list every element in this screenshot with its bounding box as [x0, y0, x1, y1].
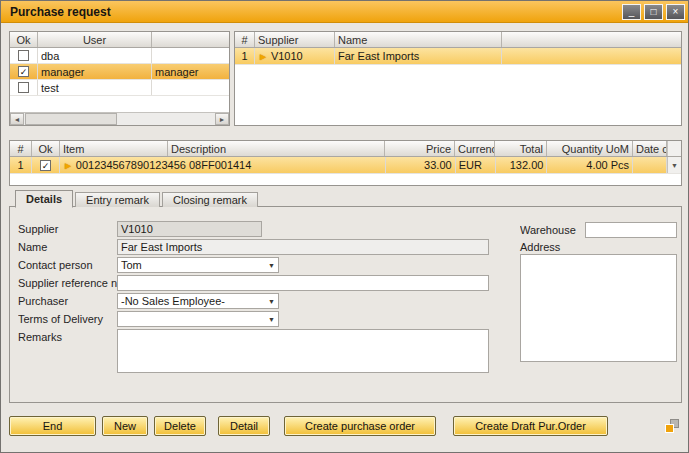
suppliers-col-name: Name [335, 32, 502, 47]
detail-button[interactable]: Detail [218, 416, 270, 436]
users-horizontal-scrollbar[interactable]: ◄ ► [10, 112, 229, 125]
title-bar[interactable]: Purchase request _ □ × [1, 1, 688, 23]
tab-bar: Details Entry remark Closing remark [15, 190, 260, 207]
new-button[interactable]: New [102, 416, 148, 436]
purchaser-label: Purchaser [18, 295, 117, 307]
items-scrollbar-top [667, 141, 681, 156]
items-col-description: Description [168, 141, 385, 156]
link-arrow-icon[interactable]: ► [258, 51, 268, 62]
scroll-right-icon[interactable]: ► [215, 113, 229, 125]
table-row-user-test[interactable]: test [10, 80, 229, 96]
user-name: manager [38, 64, 152, 79]
items-header-row: # Ok Item Description Price Currenc Tota… [10, 141, 681, 157]
purchase-request-window: Purchase request _ □ × Ok User dba ✓ man… [0, 0, 689, 453]
user-extra [152, 48, 229, 63]
suppliers-col-num: # [235, 32, 255, 47]
users-header-row: Ok User [10, 32, 229, 48]
purchaser-value: -No Sales Employee- [121, 295, 225, 307]
supplier-label: Supplier [18, 223, 117, 235]
item-price: 33.00 [386, 157, 456, 173]
close-button[interactable]: × [666, 4, 685, 20]
users-panel: Ok User dba ✓ manager manager test ◄ ► [9, 31, 230, 126]
tab-details[interactable]: Details [15, 190, 73, 208]
name-field: Far East Imports [117, 239, 489, 255]
table-row-user-dba[interactable]: dba [10, 48, 229, 64]
table-row-item-1[interactable]: 1 ✓ ► 001234567890123456 08FF001414 33.0… [10, 157, 681, 174]
table-row-supplier-1[interactable]: 1 ► V1010 Far East Imports [235, 48, 681, 65]
user-name: dba [38, 48, 152, 63]
scrollbar-track[interactable] [118, 113, 215, 125]
warehouse-label: Warehouse [520, 224, 585, 236]
window-title: Purchase request [10, 5, 619, 19]
item-ok-checkbox[interactable]: ✓ [40, 160, 51, 171]
grip-square-orange [665, 424, 674, 433]
scroll-left-icon[interactable]: ◄ [10, 113, 24, 125]
user-test-checkbox[interactable] [18, 82, 29, 93]
supplier-row-blank [502, 48, 681, 64]
items-col-item: Item [60, 141, 168, 156]
terms-of-delivery-dropdown[interactable]: ▼ [117, 311, 279, 327]
end-button[interactable]: End [9, 416, 96, 436]
address-label: Address [520, 241, 560, 253]
minimize-button[interactable]: _ [622, 4, 641, 20]
supplier-field: V1010 [117, 221, 262, 237]
button-bar: End New Delete Detail Create purchase or… [9, 416, 608, 436]
items-table: # Ok Item Description Price Currenc Tota… [9, 140, 682, 186]
scrollbar-thumb[interactable] [25, 113, 117, 125]
item-row-num: 1 [10, 157, 32, 173]
maximize-button[interactable]: □ [644, 4, 663, 20]
remarks-label: Remarks [18, 329, 117, 345]
details-form-panel: Supplier V1010 Name Far East Imports Con… [9, 206, 682, 403]
items-col-date: Date c [633, 141, 667, 156]
user-manager-checkbox[interactable]: ✓ [18, 66, 29, 77]
scroll-down-icon[interactable]: ▼ [667, 157, 681, 173]
supplier-reference-input[interactable] [117, 275, 489, 291]
delete-button[interactable]: Delete [154, 416, 206, 436]
terms-of-delivery-label: Terms of Delivery [18, 313, 117, 325]
item-total: 132.00 [496, 157, 548, 173]
supplier-reference-label: Supplier reference nu [18, 277, 117, 289]
user-name: test [38, 80, 152, 95]
purchaser-dropdown[interactable]: -No Sales Employee- ▼ [117, 293, 279, 309]
table-row-user-manager[interactable]: ✓ manager manager [10, 64, 229, 80]
user-extra: manager [152, 64, 229, 79]
layout-grip-icon[interactable] [665, 419, 679, 433]
chevron-down-icon: ▼ [268, 316, 275, 323]
suppliers-col-supplier: Supplier [255, 32, 335, 47]
remarks-textarea[interactable] [117, 329, 489, 373]
suppliers-header-row: # Supplier Name [235, 32, 681, 48]
users-col-blank [152, 32, 229, 47]
suppliers-panel: # Supplier Name 1 ► V1010 Far East Impor… [234, 31, 682, 126]
items-col-total: Total [495, 141, 547, 156]
users-col-ok: Ok [10, 32, 38, 47]
contact-person-label: Contact person [18, 259, 117, 271]
items-col-num: # [10, 141, 32, 156]
name-label: Name [18, 241, 117, 253]
supplier-row-num: 1 [235, 48, 255, 64]
item-quantity: 4.00 Pcs [547, 157, 633, 173]
items-col-price: Price [385, 141, 455, 156]
link-arrow-icon[interactable]: ► [63, 160, 73, 171]
create-purchase-order-button[interactable]: Create purchase order [284, 416, 436, 436]
address-textarea[interactable] [520, 254, 677, 362]
item-date [633, 157, 667, 173]
contact-person-value: Tom [121, 259, 142, 271]
user-dba-checkbox[interactable] [18, 50, 29, 61]
create-draft-purchase-order-button[interactable]: Create Draft Pur.Order [453, 416, 608, 436]
user-extra [152, 80, 229, 95]
users-col-user: User [38, 32, 152, 47]
supplier-code: V1010 [271, 50, 303, 62]
chevron-down-icon: ▼ [268, 262, 275, 269]
warehouse-input[interactable] [585, 222, 677, 238]
item-currency: EUR [456, 157, 496, 173]
suppliers-col-blank [502, 32, 681, 47]
items-col-ok: Ok [32, 141, 60, 156]
items-col-currency: Currenc [455, 141, 495, 156]
supplier-name: Far East Imports [335, 48, 502, 64]
chevron-down-icon: ▼ [268, 298, 275, 305]
tab-closing-remark[interactable]: Closing remark [162, 192, 258, 207]
item-code-description: 001234567890123456 08FF001414 [76, 159, 252, 171]
contact-person-dropdown[interactable]: Tom ▼ [117, 257, 279, 273]
items-col-quantity-uom: Quantity UoM [547, 141, 633, 156]
tab-entry-remark[interactable]: Entry remark [75, 192, 160, 207]
